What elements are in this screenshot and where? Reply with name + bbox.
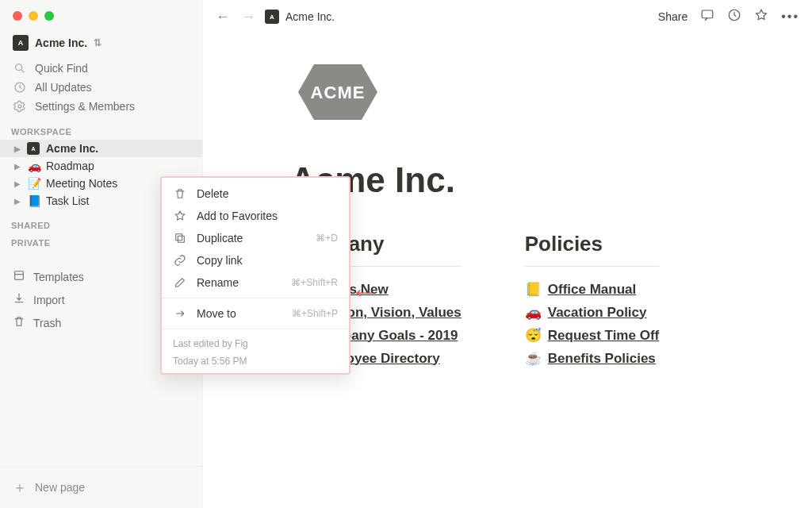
menu-separator — [162, 329, 349, 329]
edit-icon — [173, 276, 187, 289]
trash-label: Trash — [33, 317, 61, 329]
settings-label: Settings & Members — [35, 100, 135, 113]
acme-badge-icon: A — [27, 142, 41, 155]
page-logo: ACME — [290, 52, 385, 132]
template-icon — [13, 269, 25, 284]
column-heading: Policies — [525, 232, 659, 256]
context-menu: Delete Add to Favorites Duplicate ⌘+D Co… — [160, 176, 350, 375]
link-text: Request Time Off — [548, 328, 659, 344]
page-title: Acme Inc. — [290, 160, 741, 200]
breadcrumb[interactable]: A Acme Inc. — [265, 10, 335, 24]
back-button[interactable]: ← — [216, 9, 230, 25]
trash-icon — [13, 315, 25, 330]
link-icon — [173, 254, 187, 267]
more-icon[interactable]: ••• — [781, 10, 799, 24]
minimize-icon[interactable] — [29, 11, 38, 21]
new-page-button[interactable]: ＋ New page — [0, 466, 202, 508]
link-text: Vacation Policy — [548, 305, 647, 321]
topbar: ← → A Acme Inc. Share ••• — [203, 0, 812, 33]
plus-icon: ＋ — [13, 478, 27, 497]
car-icon: 🚗 — [525, 304, 542, 321]
menu-copy-link[interactable]: Copy link — [162, 249, 349, 271]
divider — [525, 266, 659, 267]
page-link[interactable]: ☕ Benefits Policies — [525, 347, 659, 370]
svg-rect-11 — [176, 234, 182, 241]
settings-members[interactable]: Settings & Members — [0, 97, 202, 116]
menu-separator — [162, 298, 349, 298]
menu-move-to[interactable]: Move to ⌘+Shift+P — [162, 302, 349, 325]
annotation-arrow-icon: ← — [350, 276, 377, 307]
shortcut: ⌘+D — [316, 233, 338, 244]
menu-rename[interactable]: Rename ⌘+Shift+R — [162, 271, 349, 294]
new-page-label: New page — [35, 481, 85, 494]
coffee-icon: ☕ — [525, 350, 542, 367]
menu-label: Add to Favorites — [197, 210, 278, 222]
chevron-updown-icon: ⇅ — [94, 37, 102, 48]
clock-icon — [13, 81, 27, 94]
menu-label: Rename — [197, 276, 239, 289]
page-link[interactable]: 🚗 Vacation Policy — [525, 301, 659, 324]
sidebar-item-acme[interactable]: ▶ A Acme Inc. — [0, 140, 202, 157]
workspace-switcher[interactable]: A Acme Inc. ⇅ — [0, 21, 202, 59]
acme-badge-icon: A — [265, 10, 279, 24]
menu-duplicate[interactable]: Duplicate ⌘+D — [162, 227, 349, 249]
sidebar-item-roadmap[interactable]: ▶ 🚗 Roadmap — [0, 157, 202, 175]
sleep-icon: 😴 — [525, 327, 542, 344]
sidebar-item-label: Acme Inc. — [46, 142, 98, 155]
star-icon[interactable] — [754, 8, 768, 25]
column-policies: Policies 📒 Office Manual 🚗 Vacation Poli… — [525, 232, 659, 370]
shortcut: ⌘+Shift+P — [292, 308, 338, 319]
templates-label: Templates — [33, 271, 84, 283]
chevron-right-icon[interactable]: ▶ — [14, 197, 22, 206]
clock-icon[interactable] — [727, 8, 741, 25]
memo-icon: 📝 — [27, 177, 41, 190]
download-icon — [13, 292, 25, 307]
sidebar-item-label: Meeting Notes — [46, 177, 117, 190]
svg-point-3 — [18, 105, 21, 108]
maximize-icon[interactable] — [44, 11, 54, 21]
chevron-right-icon[interactable]: ▶ — [14, 162, 22, 171]
search-icon — [13, 62, 27, 75]
shortcut: ⌘+Shift+R — [291, 277, 338, 288]
menu-add-favorite[interactable]: Add to Favorites — [162, 205, 349, 227]
duplicate-icon — [173, 232, 187, 244]
svg-point-0 — [16, 64, 22, 71]
workspace-name: Acme Inc. — [35, 37, 87, 49]
import-label: Import — [33, 294, 65, 306]
link-text: Office Manual — [548, 282, 636, 298]
workspace-badge-icon: A — [13, 35, 29, 51]
menu-label: Duplicate — [197, 232, 243, 244]
all-updates[interactable]: All Updates — [0, 78, 202, 97]
link-text: Benefits Policies — [548, 351, 656, 367]
menu-delete[interactable]: Delete — [162, 183, 349, 205]
all-updates-label: All Updates — [35, 81, 92, 94]
section-workspace: WORKSPACE — [0, 116, 202, 140]
svg-text:ACME: ACME — [311, 83, 366, 102]
svg-rect-4 — [15, 271, 24, 280]
sidebar-item-label: Task List — [46, 194, 89, 207]
share-button[interactable]: Share — [658, 10, 688, 23]
forward-button[interactable]: → — [241, 9, 255, 25]
quick-find-label: Quick Find — [35, 62, 88, 75]
menu-label: Move to — [197, 307, 236, 320]
window-controls — [0, 0, 202, 21]
close-icon[interactable] — [13, 11, 22, 21]
book-icon: 📘 — [27, 194, 41, 207]
comment-icon[interactable] — [700, 8, 714, 25]
page-link[interactable]: 📒 Office Manual — [525, 278, 659, 301]
move-icon — [173, 307, 187, 320]
menu-edited-by: Last edited by Fig — [162, 333, 349, 351]
svg-line-1 — [21, 70, 24, 72]
quick-find[interactable]: Quick Find — [0, 59, 202, 78]
sidebar-item-label: Roadmap — [46, 160, 94, 172]
svg-rect-10 — [178, 236, 184, 242]
chevron-right-icon[interactable]: ▶ — [14, 144, 22, 153]
menu-label: Delete — [197, 187, 228, 200]
gear-icon — [13, 100, 27, 113]
ledger-icon: 📒 — [525, 281, 542, 298]
page-link[interactable]: 😴 Request Time Off — [525, 324, 659, 347]
svg-rect-6 — [702, 10, 713, 18]
star-icon — [173, 210, 187, 222]
chevron-right-icon[interactable]: ▶ — [14, 179, 22, 188]
menu-edited-at: Today at 5:56 PM — [162, 351, 349, 368]
